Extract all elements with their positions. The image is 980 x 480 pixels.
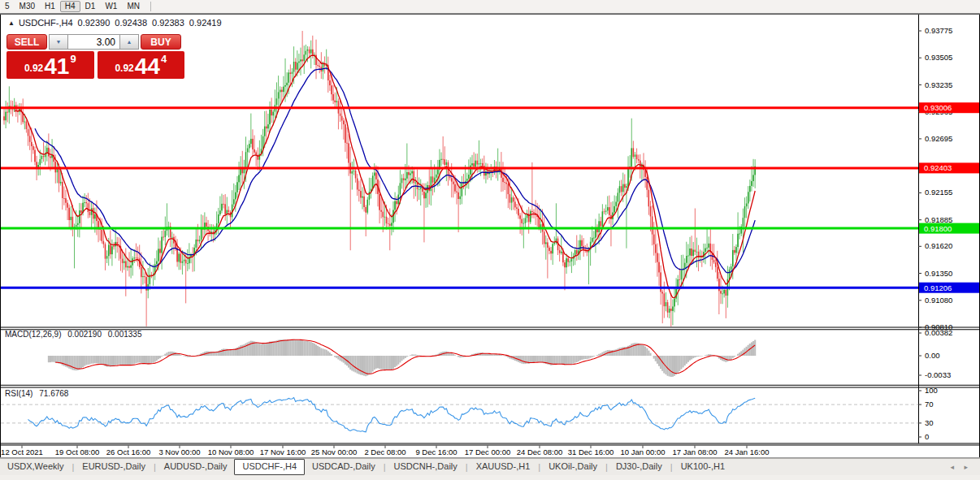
- one-click-trade-panel: SELL ▼ ▲ BUY 0.92419 0.92444: [7, 34, 184, 79]
- ohlc-low: 0.92383: [152, 18, 184, 28]
- svg-text:30: 30: [925, 418, 934, 427]
- timeframe-toolbar: 5M30H1H4D1W1MN: [0, 0, 980, 14]
- svg-text:0.00382: 0.00382: [925, 328, 952, 337]
- timeframe-button-D1[interactable]: D1: [80, 1, 101, 12]
- timeframe-button-5[interactable]: 5: [0, 1, 15, 12]
- svg-text:0.91620: 0.91620: [925, 241, 952, 250]
- ask-price-display[interactable]: 0.92444: [98, 51, 185, 79]
- svg-text:10 Jan 00:00: 10 Jan 00:00: [621, 448, 666, 456]
- svg-text:0.91206: 0.91206: [924, 283, 952, 292]
- bid-price-pip: 9: [70, 53, 76, 65]
- macd-main-value: 0.002190: [67, 330, 102, 339]
- chart-tab-usdcnh-daily[interactable]: USDCNH-,Daily: [387, 460, 465, 474]
- chart-tabbar: USDX,Weekly|EURUSD-,Daily|AUDUSD-,DailyU…: [0, 458, 980, 475]
- volume-input[interactable]: [68, 34, 119, 50]
- svg-text:0.91080: 0.91080: [925, 296, 952, 305]
- timeframe-button-M30[interactable]: M30: [15, 1, 40, 12]
- svg-text:0: 0: [925, 432, 929, 441]
- svg-text:9 Dec 16:00: 9 Dec 16:00: [415, 448, 457, 456]
- chart-header: ▲ USDCHF-,H4 0.92390 0.92438 0.92383 0.9…: [8, 18, 227, 28]
- chart-tab-usdcad-daily[interactable]: USDCAD-,Daily: [305, 460, 383, 474]
- symbol-label: USDCHF-,H4: [19, 18, 73, 28]
- svg-text:0.92695: 0.92695: [925, 134, 952, 143]
- svg-text:10 Nov 08:00: 10 Nov 08:00: [208, 448, 254, 456]
- bid-price-display[interactable]: 0.92419: [7, 51, 94, 79]
- rsi-value: 71.6768: [39, 389, 68, 398]
- ohlc-high: 0.92438: [115, 18, 147, 28]
- svg-text:0.00: 0.00: [925, 351, 940, 360]
- statusbar-strip: [0, 475, 980, 480]
- svg-text:19 Oct 08:00: 19 Oct 08:00: [55, 448, 99, 456]
- ohlc-close: 0.92419: [189, 18, 222, 28]
- svg-text:24 Jan 16:00: 24 Jan 16:00: [725, 448, 770, 456]
- svg-text:0.93235: 0.93235: [925, 80, 952, 89]
- chart-tab-audusd-daily[interactable]: AUDUSD-,Daily: [157, 460, 235, 474]
- svg-text:0.91350: 0.91350: [925, 269, 952, 278]
- sell-button[interactable]: SELL: [7, 34, 47, 50]
- tab-scroll-arrows-icon[interactable]: ◂ ▸: [950, 463, 972, 471]
- macd-label: MACD(12,26,9): [5, 330, 61, 339]
- bid-price-prefix: 0.92: [24, 63, 43, 74]
- svg-text:25 Nov 00:00: 25 Nov 00:00: [311, 448, 358, 456]
- volume-decrease-button[interactable]: ▼: [49, 34, 68, 50]
- svg-text:0.91885: 0.91885: [925, 215, 952, 224]
- rsi-pane-header: RSI(14) 71.6768: [5, 389, 72, 398]
- chart-tab-uk100-h1[interactable]: UK100-,H1: [674, 460, 732, 474]
- svg-text:12 Oct 2021: 12 Oct 2021: [1, 448, 43, 456]
- volume-increase-button[interactable]: ▲: [119, 34, 139, 50]
- chart-tab-eurusd-daily[interactable]: EURUSD-,Daily: [75, 460, 153, 474]
- mt4-window: { "toolbar": { "timeframes": [ {"label":…: [0, 0, 980, 480]
- timeframe-button-H1[interactable]: H1: [40, 1, 60, 12]
- toolbar-separator: [150, 2, 151, 11]
- svg-text:17 Jan 08:00: 17 Jan 08:00: [673, 448, 718, 456]
- rsi-label: RSI(14): [5, 389, 33, 398]
- ask-price-prefix: 0.92: [115, 63, 133, 74]
- timeframe-button-H4[interactable]: H4: [60, 1, 80, 12]
- svg-text:0.92403: 0.92403: [924, 163, 952, 172]
- svg-text:0.93775: 0.93775: [925, 26, 952, 35]
- svg-text:2 Dec 08:00: 2 Dec 08:00: [364, 448, 405, 456]
- bid-price-main: 41: [44, 56, 69, 77]
- svg-text:0.91800: 0.91800: [924, 224, 952, 233]
- svg-text:-0.0033: -0.0033: [925, 370, 951, 379]
- chart-tab-xauusd-h1[interactable]: XAUUSD-,H1: [469, 460, 538, 474]
- svg-text:0.93006: 0.93006: [924, 103, 952, 112]
- collapse-arrow-icon[interactable]: ▲: [8, 19, 15, 27]
- svg-text:31 Dec 16:00: 31 Dec 16:00: [568, 448, 614, 456]
- chart-tab-ukoil-daily[interactable]: UKOil-,Daily: [541, 460, 605, 474]
- chart-tab-usdx-weekly[interactable]: USDX,Weekly: [0, 460, 71, 474]
- macd-pane-header: MACD(12,26,9) 0.002190 0.001335: [5, 330, 145, 339]
- svg-text:24 Dec 08:00: 24 Dec 08:00: [517, 448, 563, 456]
- ask-price-pip: 4: [161, 53, 167, 65]
- svg-text:0.92155: 0.92155: [925, 188, 952, 197]
- svg-text:0.93505: 0.93505: [925, 53, 952, 62]
- svg-text:3 Nov 00:00: 3 Nov 00:00: [158, 448, 200, 456]
- timeframe-button-W1[interactable]: W1: [100, 1, 122, 12]
- ohlc-open: 0.92390: [78, 18, 111, 28]
- ask-price-main: 44: [135, 56, 160, 77]
- macd-signal-value: 0.001335: [108, 330, 142, 339]
- svg-text:26 Oct 16:00: 26 Oct 16:00: [106, 448, 150, 456]
- buy-button[interactable]: BUY: [141, 34, 181, 50]
- svg-text:70: 70: [925, 400, 934, 409]
- svg-text:100: 100: [925, 386, 938, 395]
- timeframe-button-MN[interactable]: MN: [122, 1, 145, 12]
- time-axis: 12 Oct 202119 Oct 08:0026 Oct 16:003 Nov…: [1, 446, 769, 456]
- chart-tab-usdchf-h4[interactable]: USDCHF-,H4: [234, 459, 305, 475]
- svg-text:17 Dec 00:00: 17 Dec 00:00: [465, 448, 511, 456]
- chart-tab-dj30-daily[interactable]: DJ30-,Daily: [609, 460, 670, 474]
- svg-text:17 Nov 16:00: 17 Nov 16:00: [260, 448, 306, 456]
